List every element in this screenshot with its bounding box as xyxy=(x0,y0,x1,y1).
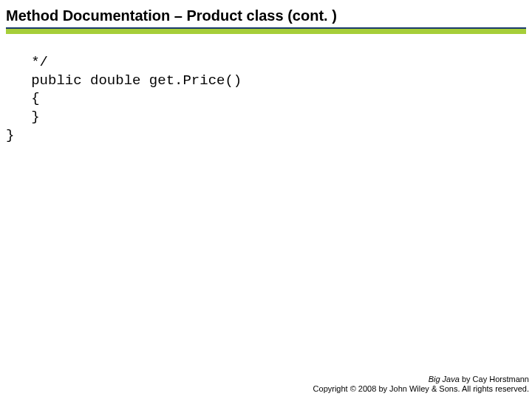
code-line: */ xyxy=(6,54,48,70)
book-title: Big Java xyxy=(429,375,460,383)
code-line: { xyxy=(6,90,40,106)
code-line: } xyxy=(6,127,14,143)
slide-content: */ public double get.Price() { } } xyxy=(0,37,532,144)
slide-title: Method Documentation – Product class (co… xyxy=(6,7,526,24)
author-byline: by Cay Horstmann xyxy=(460,375,529,383)
code-block: */ public double get.Price() { } } xyxy=(6,53,526,144)
footer-line-2: Copyright © 2008 by John Wiley & Sons. A… xyxy=(313,384,529,395)
slide-header: Method Documentation – Product class (co… xyxy=(0,0,532,37)
rule-thick xyxy=(6,29,526,34)
code-line: } xyxy=(6,109,40,125)
code-line: public double get.Price() xyxy=(6,72,242,89)
slide-footer: Big Java by Cay Horstmann Copyright © 20… xyxy=(313,375,529,395)
footer-line-1: Big Java by Cay Horstmann xyxy=(313,375,529,385)
